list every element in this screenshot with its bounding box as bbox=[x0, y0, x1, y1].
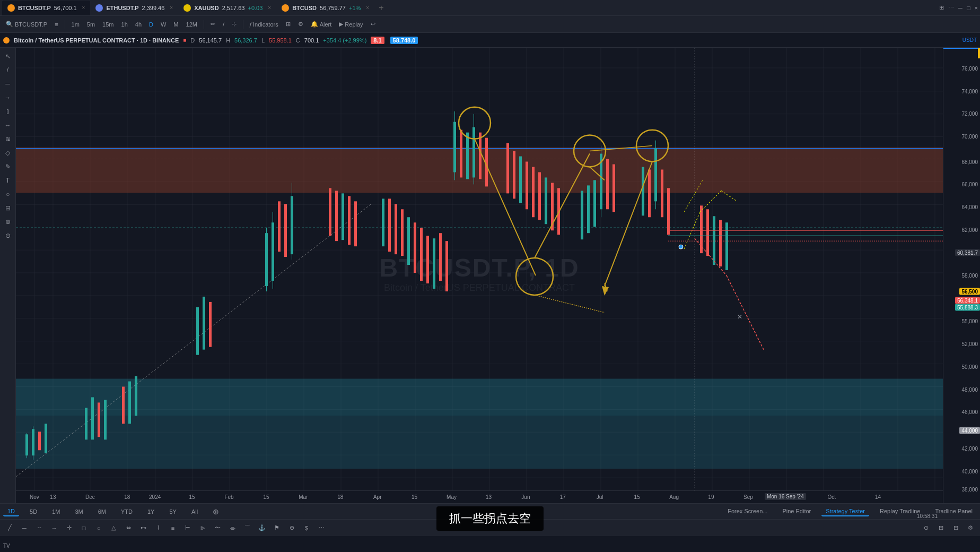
minimize-icon[interactable]: ─ bbox=[958, 5, 962, 11]
tf-bar-1m[interactable]: 1M bbox=[48, 507, 64, 516]
add-tab-button[interactable]: + bbox=[374, 3, 388, 13]
draw-settings-btn[interactable]: ⚙ bbox=[964, 522, 977, 534]
tf-1h[interactable]: 1h bbox=[119, 20, 130, 29]
replay-btn[interactable]: ▶ Replay bbox=[336, 20, 365, 29]
tf-bar-compare[interactable]: ⊕ bbox=[208, 506, 223, 517]
tab-close-ethusdt[interactable]: × bbox=[170, 5, 173, 11]
pattern-tool[interactable]: ◇ bbox=[2, 146, 14, 159]
draw-wave-btn[interactable]: 〜 bbox=[211, 522, 224, 534]
zoom-tool[interactable]: ⊕ bbox=[2, 215, 14, 228]
tab-btcusd[interactable]: BTCUSD 56,759.77 +1% × bbox=[276, 1, 374, 15]
tf-bar-1y[interactable]: 1Y bbox=[143, 507, 159, 516]
draw-more-btn[interactable]: ⋯ bbox=[315, 522, 328, 534]
draw-grid-btn[interactable]: ⊟ bbox=[949, 522, 962, 534]
time-13: 13 bbox=[50, 494, 56, 500]
draw-hline-btn[interactable]: ─ bbox=[18, 522, 31, 534]
text-tool[interactable]: T bbox=[2, 174, 14, 187]
channel-tool[interactable]: ⫿ bbox=[2, 105, 14, 118]
draw-measure-btn[interactable]: ⇔ bbox=[122, 522, 135, 534]
price-range-tool[interactable]: ⊟ bbox=[2, 202, 14, 214]
measure-tool[interactable]: ↔ bbox=[2, 119, 14, 132]
tf-4h[interactable]: 4h bbox=[133, 20, 144, 29]
tab-close-btcusdt[interactable]: × bbox=[82, 5, 85, 11]
draw-ellipse-btn[interactable]: ○ bbox=[92, 522, 105, 534]
tf-D[interactable]: D bbox=[146, 20, 156, 29]
draw-dash-btn[interactable]: ╌ bbox=[33, 522, 46, 534]
arrow-tool[interactable]: → bbox=[2, 91, 14, 104]
chart-container[interactable]: BTCUSDT.P, 1D Bitcoin / TetherUS PERPETU… bbox=[16, 48, 943, 503]
tf-M[interactable]: M bbox=[171, 20, 181, 29]
tv-logo: TV bbox=[3, 543, 10, 549]
line-tool[interactable]: / bbox=[2, 64, 14, 76]
tf-5m[interactable]: 5m bbox=[84, 20, 98, 29]
draw-anchor-btn[interactable]: ⚓ bbox=[256, 522, 268, 534]
tf-W[interactable]: W bbox=[158, 20, 169, 29]
tf-15m[interactable]: 15m bbox=[100, 20, 116, 29]
draw-range-btn[interactable]: ⊷ bbox=[137, 522, 150, 534]
svg-rect-65 bbox=[203, 297, 205, 350]
brush-tool[interactable]: ✎ bbox=[2, 160, 14, 173]
tab-tradline-panel[interactable]: Tradline Panel bbox=[931, 507, 977, 516]
time-mar: Mar bbox=[299, 494, 308, 500]
tf-bar-6m[interactable]: 6M bbox=[94, 507, 110, 516]
tf-12M[interactable]: 12M bbox=[183, 20, 200, 29]
draw-label-btn[interactable]: ⊕ bbox=[285, 522, 298, 534]
line-btn[interactable]: / bbox=[220, 20, 227, 29]
draw-path-btn[interactable]: ⌯ bbox=[226, 522, 239, 534]
draw-triangle-btn[interactable]: △ bbox=[107, 522, 120, 534]
tab-close-xauusd[interactable]: × bbox=[268, 5, 271, 11]
undo-btn[interactable]: ↩ bbox=[368, 20, 378, 29]
tf-bar-all[interactable]: All bbox=[187, 507, 202, 516]
tab-pine-editor[interactable]: Pine Editor bbox=[778, 507, 815, 516]
draw-price-btn[interactable]: $ bbox=[300, 522, 313, 534]
draw-lock-btn[interactable]: ⊞ bbox=[934, 522, 947, 534]
cursor-tool[interactable]: ↖ bbox=[2, 50, 14, 63]
drawing-btn[interactable]: ✏ bbox=[208, 20, 218, 29]
hline-tool[interactable]: ─ bbox=[2, 77, 14, 90]
price-56500: 56,500 bbox=[959, 288, 980, 295]
draw-brush-btn[interactable]: ⌇ bbox=[152, 522, 164, 534]
tf-bar-3m[interactable]: 3M bbox=[71, 507, 87, 516]
draw-channel-btn[interactable]: ⫸ bbox=[196, 522, 209, 534]
tab-strategy-tester[interactable]: Strategy Tester bbox=[821, 507, 869, 516]
tab-xauusd[interactable]: XAUUSD 2,517.63 +0.03 × bbox=[178, 1, 276, 15]
tab-btcusdt[interactable]: BTCUSDT.P 56,700.1 × bbox=[2, 1, 90, 15]
alert-btn[interactable]: 🔔 Alert bbox=[308, 20, 335, 29]
time-may: May bbox=[447, 494, 457, 500]
draw-toolbar-right: ⊙ ⊞ ⊟ ⚙ bbox=[920, 522, 977, 534]
replay-config-btn[interactable]: ⚙ bbox=[295, 20, 306, 29]
tf-bar-5d[interactable]: 5D bbox=[25, 507, 41, 516]
tf-1m[interactable]: 1m bbox=[69, 20, 82, 29]
tf-bar-5y[interactable]: 5Y bbox=[165, 507, 180, 516]
tf-bar-1d[interactable]: 1D bbox=[3, 507, 19, 516]
svg-rect-102 bbox=[526, 162, 528, 210]
draw-line-btn[interactable]: ╱ bbox=[3, 522, 16, 534]
fib-tool[interactable]: ≋ bbox=[2, 133, 14, 145]
draw-magnet-btn[interactable]: ⊙ bbox=[920, 522, 932, 534]
chart-type-btn[interactable]: ≡ bbox=[52, 20, 60, 29]
draw-curve-btn[interactable]: ⌒ bbox=[241, 522, 253, 534]
maximize-icon[interactable]: □ bbox=[967, 5, 970, 11]
symbol-search-btn[interactable]: 🔍 BTCUSDT.P bbox=[3, 20, 50, 29]
settings-icon[interactable]: ⋯ bbox=[948, 4, 954, 11]
close-icon[interactable]: × bbox=[975, 5, 978, 11]
tab-close-btcusd[interactable]: × bbox=[366, 5, 369, 11]
tab-ethusdt[interactable]: ETHUSDT.P 2,399.46 × bbox=[90, 1, 178, 15]
magnet-tool[interactable]: ⊙ bbox=[2, 229, 14, 242]
templates-btn[interactable]: ⊞ bbox=[283, 20, 293, 29]
indicators-btn[interactable]: 𝑓 Indicators bbox=[247, 20, 281, 29]
draw-ext-btn[interactable]: ⊢ bbox=[181, 522, 194, 534]
alert-label: Alert bbox=[320, 21, 332, 28]
draw-fib-btn[interactable]: ≡ bbox=[167, 522, 179, 534]
tools-btn[interactable]: ⊹ bbox=[229, 20, 239, 29]
draw-flag-btn[interactable]: ⚑ bbox=[270, 522, 283, 534]
shape-tool[interactable]: ○ bbox=[2, 188, 14, 201]
draw-cross-btn[interactable]: ✛ bbox=[63, 522, 75, 534]
draw-rect-btn[interactable]: □ bbox=[77, 522, 90, 534]
tf-bar-ytd[interactable]: YTD bbox=[117, 507, 137, 516]
tab-bar-right: ⊞ ⋯ ─ □ × bbox=[939, 4, 978, 11]
tab-forex-screen[interactable]: Forex Screen... bbox=[723, 507, 772, 516]
time-15a: 15 bbox=[189, 494, 195, 500]
draw-arrow-btn[interactable]: → bbox=[48, 522, 60, 534]
layout-icon[interactable]: ⊞ bbox=[939, 4, 944, 11]
